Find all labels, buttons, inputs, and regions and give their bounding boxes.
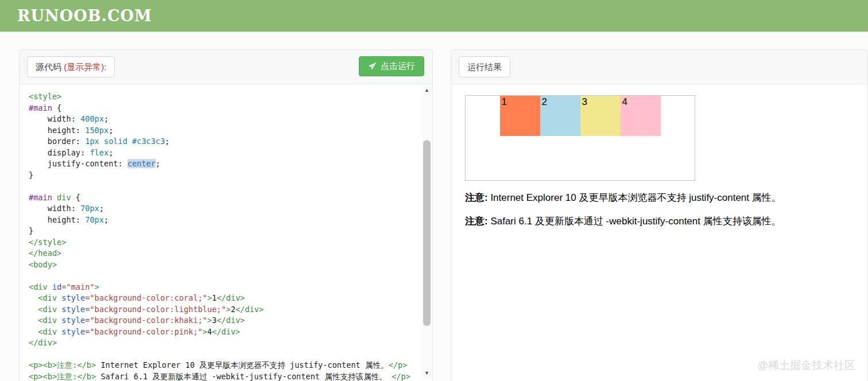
result-panel-header: 运行结果 bbox=[451, 50, 867, 84]
flex-container-demo: 1234 bbox=[465, 95, 695, 181]
note-paragraph: 注意: Safari 6.1 及更新版本通过 -webkit-justify-c… bbox=[465, 215, 854, 228]
result-panel: 运行结果 1234 注意: Internet Explorer 10 及更早版本… bbox=[451, 49, 868, 381]
code-line: <div style="background-color:pink;">4</d… bbox=[29, 326, 415, 338]
flex-item-khaki: 3 bbox=[580, 96, 621, 136]
code-line: display: flex; bbox=[29, 147, 415, 159]
code-line: </div> bbox=[29, 337, 415, 349]
code-line bbox=[29, 349, 415, 360]
code-line: } bbox=[29, 170, 415, 181]
code-line: <div style="background-color:khaki;">3</… bbox=[29, 315, 415, 326]
result-content: 1234 注意: Internet Explorer 10 及更早版本浏览器不支… bbox=[451, 84, 867, 228]
code-line: <style> bbox=[29, 91, 415, 103]
code-line: <body> bbox=[29, 259, 415, 271]
source-panel: 源代码 (显示异常): 点击运行 <style>#main { width: 4… bbox=[19, 49, 433, 381]
code-editor[interactable]: <style>#main { width: 400px; height: 150… bbox=[20, 84, 432, 381]
editor-scrollbar[interactable]: ▲ ▼ bbox=[422, 84, 432, 379]
flex-item-lightblue: 2 bbox=[540, 96, 580, 136]
code-line: <div style="background-color:lightblue;"… bbox=[29, 304, 415, 316]
flex-item-pink: 4 bbox=[621, 96, 661, 136]
code-line bbox=[29, 181, 415, 192]
code-line: border: 1px solid #c3c3c3; bbox=[29, 136, 415, 147]
code-line: } bbox=[29, 226, 415, 237]
code-line: </style> bbox=[29, 237, 415, 248]
code-line: <p><b>注意:</b> Internet Explorer 10 及更早版本… bbox=[29, 360, 415, 371]
source-tab-label: 源代码 (显示异常): bbox=[27, 56, 115, 77]
send-icon bbox=[368, 62, 377, 71]
code-line: width: 400px; bbox=[29, 114, 415, 125]
flex-item-coral: 1 bbox=[500, 96, 540, 136]
code-line: <div style="background-color:coral;">1</… bbox=[29, 293, 415, 304]
code-line: width: 70px; bbox=[29, 203, 415, 215]
code-line: #main { bbox=[29, 103, 415, 114]
scrollbar-thumb[interactable] bbox=[423, 140, 431, 326]
code-line: #main div { bbox=[29, 192, 415, 204]
code-line: <div id="main"> bbox=[29, 282, 415, 293]
code-line: </head> bbox=[29, 248, 415, 259]
code-line: <p><b>注意:</b> Safari 6.1 及更新版本通过 -webkit… bbox=[29, 371, 415, 381]
code-line: height: 70px; bbox=[29, 215, 415, 226]
watermark: @稀土掘金技术社区 bbox=[757, 358, 855, 373]
source-tab-colon: : bbox=[104, 62, 106, 72]
result-notes: 注意: Internet Explorer 10 及更早版本浏览器不支持 jus… bbox=[465, 191, 854, 228]
scrollbar-up-icon[interactable]: ▲ bbox=[422, 85, 432, 95]
runoob-logo: RUNOOB.COM bbox=[17, 0, 152, 32]
source-panel-header: 源代码 (显示异常): 点击运行 bbox=[20, 50, 432, 84]
source-tab-text: 源代码 bbox=[36, 62, 64, 72]
note-paragraph: 注意: Internet Explorer 10 及更早版本浏览器不支持 jus… bbox=[465, 191, 854, 204]
display-abnormal-link[interactable]: (显示异常) bbox=[64, 62, 104, 72]
run-button[interactable]: 点击运行 bbox=[359, 56, 424, 76]
code-line: justify-content: center; bbox=[29, 158, 415, 170]
code-lines: <style>#main { width: 400px; height: 150… bbox=[20, 84, 432, 381]
code-line: height: 150px; bbox=[29, 125, 415, 137]
code-line bbox=[29, 270, 415, 282]
header-bar: RUNOOB.COM bbox=[0, 0, 868, 32]
scrollbar-down-icon[interactable]: ▼ bbox=[422, 368, 432, 378]
run-button-label: 点击运行 bbox=[381, 61, 415, 72]
result-tab-label: 运行结果 bbox=[459, 56, 510, 77]
